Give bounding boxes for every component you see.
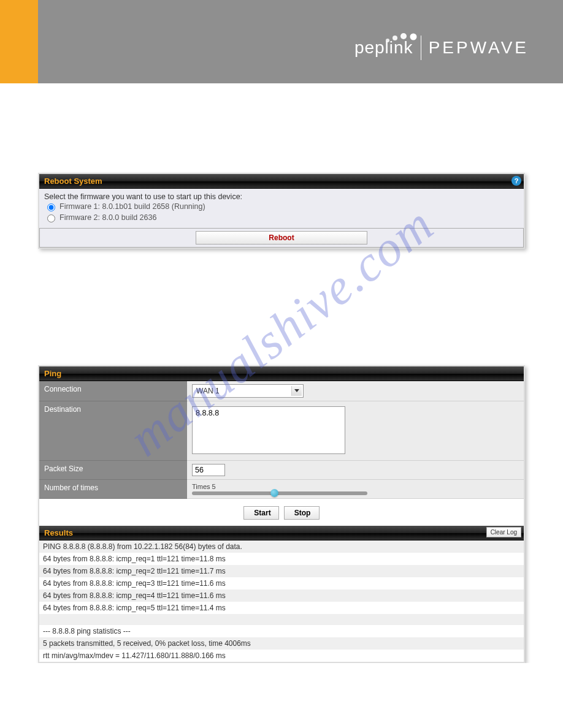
results-line: --- 8.8.8.8 ping statistics --- xyxy=(39,625,524,637)
ping-header: Ping xyxy=(39,366,524,381)
results-line: 64 bytes from 8.8.8.8: icmp_req=3 ttl=12… xyxy=(39,577,524,590)
chevron-down-icon xyxy=(294,389,299,392)
results-line: 5 packets transmitted, 5 received, 0% pa… xyxy=(39,637,524,650)
results-body: PING 8.8.8.8 (8.8.8.8) from 10.22.1.182 … xyxy=(39,540,524,662)
results-header: Results Clear Log xyxy=(39,526,524,540)
times-slider[interactable] xyxy=(192,491,367,495)
results-line: 64 bytes from 8.8.8.8: icmp_req=1 ttl=12… xyxy=(39,553,524,565)
header-accent xyxy=(0,0,38,83)
packet-size-label: Packet Size xyxy=(39,461,187,480)
ping-card: Ping Connection WAN 1 Destination Pac xyxy=(38,365,525,663)
connection-label: Connection xyxy=(39,381,187,401)
stop-button[interactable]: Stop xyxy=(284,506,320,520)
brand-logo: peplink PEPWAVE xyxy=(354,36,529,60)
reboot-button[interactable]: Reboot xyxy=(196,231,367,245)
firmware1-row[interactable]: Firmware 1: 8.0.1b01 build 2658 (Running… xyxy=(44,201,519,212)
firmware1-radio[interactable] xyxy=(47,203,55,211)
start-button[interactable]: Start xyxy=(243,506,279,520)
brand-peplink: peplink xyxy=(354,38,413,58)
results-line: 64 bytes from 8.8.8.8: icmp_req=5 ttl=12… xyxy=(39,602,524,614)
firmware2-label: Firmware 2: 8.0.0 build 2636 xyxy=(59,213,156,222)
reboot-card: Reboot System ? Select the firmware you … xyxy=(38,173,525,249)
results-line: PING 8.8.8.8 (8.8.8.8) from 10.22.1.182 … xyxy=(39,540,524,553)
times-slider-thumb[interactable] xyxy=(270,489,278,497)
destination-label: Destination xyxy=(39,401,187,461)
reboot-header: Reboot System ? xyxy=(39,174,524,189)
firmware2-row[interactable]: Firmware 2: 8.0.0 build 2636 xyxy=(44,212,519,223)
results-line: 64 bytes from 8.8.8.8: icmp_req=4 ttl=12… xyxy=(39,590,524,602)
brand-pepwave: PEPWAVE xyxy=(429,38,529,58)
packet-size-input[interactable] xyxy=(192,464,225,476)
ping-table: Connection WAN 1 Destination Packet Size xyxy=(39,381,524,499)
brand-separator xyxy=(421,36,421,60)
results-line xyxy=(39,614,524,625)
reboot-intro: Select the firmware you want to use to s… xyxy=(44,192,519,201)
results-header-title: Results xyxy=(44,528,73,537)
results-line: rtt min/avg/max/mdev = 11.427/11.680/11.… xyxy=(39,650,524,662)
reboot-body: Select the firmware you want to use to s… xyxy=(39,189,524,228)
destination-input[interactable] xyxy=(192,406,345,454)
ping-button-row: Start Stop xyxy=(39,499,524,526)
help-icon[interactable]: ? xyxy=(511,176,521,186)
reboot-button-row: Reboot xyxy=(39,228,524,248)
firmware1-label: Firmware 1: 8.0.1b01 build 2658 (Running… xyxy=(59,202,205,211)
ping-header-title: Ping xyxy=(44,369,61,378)
times-value-label: Times 5 xyxy=(192,483,519,490)
reboot-header-title: Reboot System xyxy=(44,176,102,186)
firmware2-radio[interactable] xyxy=(47,214,55,222)
results-line: 64 bytes from 8.8.8.8: icmp_req=2 ttl=12… xyxy=(39,565,524,577)
clear-log-button[interactable]: Clear Log xyxy=(486,527,521,537)
connection-value: WAN 1 xyxy=(196,387,220,395)
times-label: Number of times xyxy=(39,480,187,499)
connection-select[interactable]: WAN 1 xyxy=(192,384,304,398)
header-banner: peplink PEPWAVE xyxy=(0,0,563,83)
